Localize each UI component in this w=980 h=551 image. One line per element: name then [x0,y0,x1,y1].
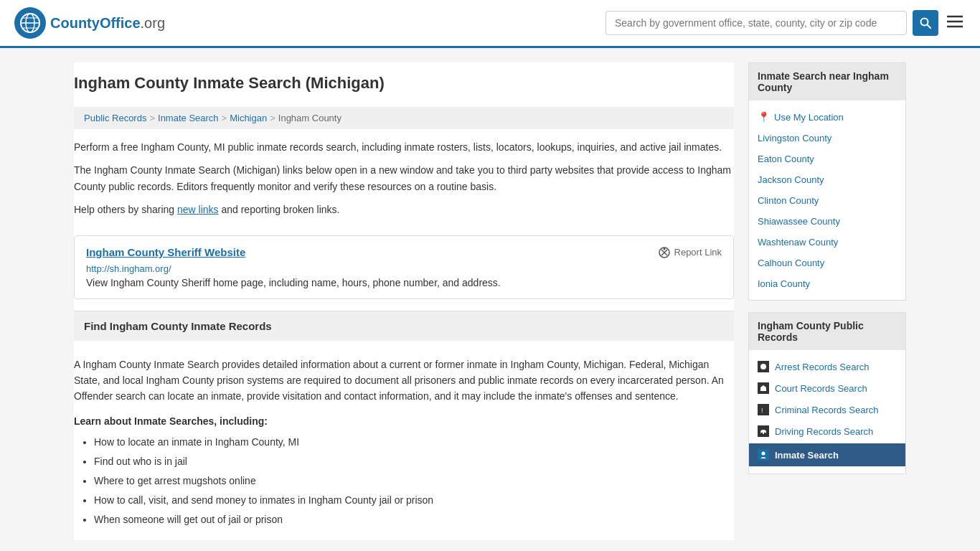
find-records-section-header: Find Ingham County Inmate Records [74,311,734,341]
logo-text: CountyOffice.org [50,15,165,32]
arrest-records-item[interactable]: Arrest Records Search [749,356,905,377]
svg-point-20 [764,433,765,434]
criminal-records-item[interactable]: ! Criminal Records Search [749,399,905,420]
nearby-section-body: 📍 Use My Location Livingston County Eato… [749,100,905,300]
sheriff-website-link[interactable]: Ingham County Sheriff Website [86,246,245,258]
sidebar-shiawassee-county[interactable]: Shiawassee County [749,211,905,232]
court-icon [758,382,769,394]
sidebar-eaton-county[interactable]: Eaton County [749,149,905,169]
site-header: CountyOffice.org [0,0,980,48]
public-records-section: Ingham County Public Records Arrest Reco… [748,312,906,474]
inmate-search-item[interactable]: Inmate Search [749,443,905,466]
sidebar-ionia-county[interactable]: Ionia County [749,273,905,294]
logo-name: CountyOffice [50,15,141,31]
logo-area: CountyOffice.org [14,7,165,39]
breadcrumb-current: Ingham County [278,113,341,123]
svg-point-14 [760,364,766,369]
find-records-title: Find Ingham County Inmate Records [84,320,724,332]
breadcrumb-sep-2: > [222,113,227,123]
breadcrumb-sep-1: > [149,113,155,123]
hamburger-menu-button[interactable] [944,11,966,35]
svg-marker-16 [760,385,766,387]
report-link-icon [658,246,671,259]
court-records-item[interactable]: Court Records Search [749,377,905,399]
breadcrumb-sep-3: > [270,113,275,123]
criminal-icon: ! [758,404,769,415]
breadcrumb-public-records[interactable]: Public Records [84,113,146,123]
left-content: Ingham County Inmate Search (Michigan) P… [74,62,734,540]
sidebar-livingston-county[interactable]: Livingston County [749,128,905,149]
learn-list: How to locate an inmate in Ingham County… [74,435,734,527]
sheriff-card-header: Ingham County Sheriff Website Report Lin… [86,246,722,259]
driving-icon [758,425,769,437]
inmate-icon [758,449,769,461]
logo-tld: .org [141,15,165,31]
sidebar-washtenaw-county[interactable]: Washtenaw County [749,232,905,253]
sheriff-description: View Ingham County Sheriff home page, in… [86,277,722,288]
sheriff-card: Ingham County Sheriff Website Report Lin… [74,235,734,299]
find-records-description: A Ingham County Inmate Search provides d… [74,357,734,405]
main-container: Ingham County Inmate Search (Michigan) P… [60,48,920,551]
use-location-label: Use My Location [774,112,844,123]
description-para-2: The Ingham County Inmate Search (Michiga… [74,162,734,194]
find-records-body: A Ingham County Inmate Search provides d… [74,348,734,541]
use-location-item[interactable]: 📍 Use My Location [749,106,905,128]
public-records-body: Arrest Records Search Court Records Sear… [749,350,905,474]
list-item: Where to get arrest mugshots online [94,474,734,489]
breadcrumb-inmate-search[interactable]: Inmate Search [158,113,219,123]
svg-text:!: ! [761,407,763,413]
logo-icon [14,7,46,39]
sidebar-clinton-county[interactable]: Clinton County [749,190,905,211]
search-input[interactable] [606,11,907,35]
list-item: When someone will get out of jail or pri… [94,512,734,527]
sidebar-jackson-county[interactable]: Jackson County [749,169,905,190]
nearby-section-header: Inmate Search near Ingham County [749,63,905,100]
nearby-section: Inmate Search near Ingham County 📍 Use M… [748,62,906,301]
description-para-3: Help others by sharing new links and rep… [74,202,734,217]
location-icon: 📍 [758,111,770,123]
sheriff-url[interactable]: http://sh.ingham.org/ [86,263,722,274]
svg-point-19 [761,433,763,434]
new-links-link[interactable]: new links [177,204,219,215]
svg-line-6 [928,25,931,29]
hamburger-icon [947,15,963,28]
list-item: How to call, visit, and send money to in… [94,493,734,508]
driving-records-item[interactable]: Driving Records Search [749,420,905,442]
sidebar-calhoun-county[interactable]: Calhoun County [749,253,905,273]
public-records-header: Ingham County Public Records [749,313,905,350]
list-item: How to locate an inmate in Ingham County… [94,435,734,450]
learn-label: Learn about Inmate Searches, including: [74,413,734,429]
breadcrumb: Public Records > Inmate Search > Michiga… [74,107,734,129]
right-sidebar: Inmate Search near Ingham County 📍 Use M… [748,62,906,540]
page-title-area: Ingham County Inmate Search (Michigan) [74,62,734,107]
arrest-icon [758,361,769,372]
breadcrumb-michigan[interactable]: Michigan [230,113,267,123]
search-button[interactable] [913,10,938,36]
search-area [606,10,966,36]
list-item: Find out who is in jail [94,454,734,469]
svg-rect-15 [760,387,766,391]
report-link-button[interactable]: Report Link [658,246,722,259]
svg-point-13 [663,248,665,250]
search-icon [920,17,931,29]
page-title: Ingham County Inmate Search (Michigan) [74,74,734,93]
description-area: Perform a free Ingham County, MI public … [74,139,734,235]
description-para-1: Perform a free Ingham County, MI public … [74,139,734,155]
svg-point-21 [762,452,765,456]
